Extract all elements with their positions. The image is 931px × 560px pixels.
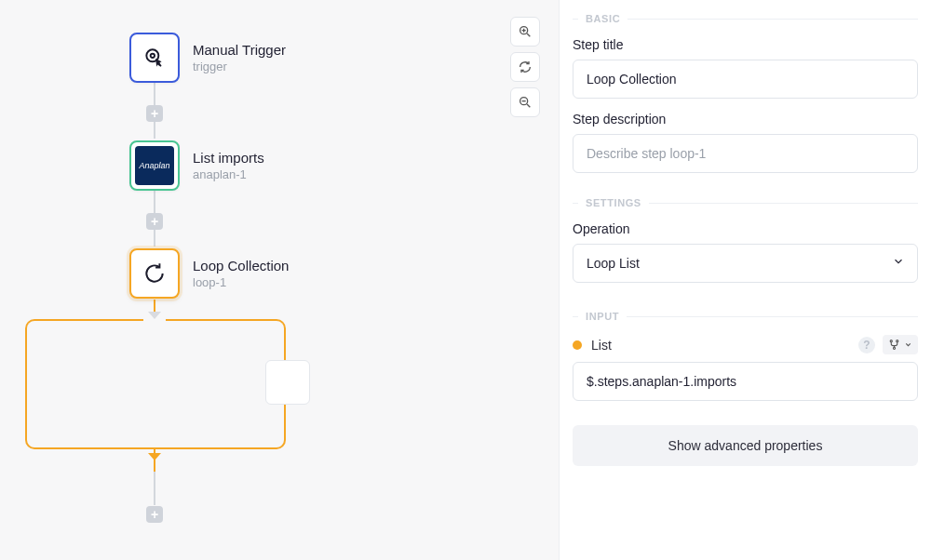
data-picker-button[interactable] [883,335,918,354]
add-step-button[interactable]: + [146,506,163,523]
workflow-canvas[interactable]: + + Manual Trigger trigger Anaplan List … [0,0,559,560]
anaplan-logo: Anaplan [135,146,174,185]
step-title-label: Step title [573,37,918,52]
zoom-in-button[interactable] [510,17,540,47]
node-subtitle: anaplan-1 [193,167,264,181]
loop-line [166,319,272,321]
node-icon-box [129,248,180,299]
loop-line [38,447,273,449]
zoom-controls [510,17,540,117]
node-title: Manual Trigger [193,42,286,58]
node-subtitle: loop-1 [193,275,289,289]
loop-corner [25,319,40,334]
step-title-input[interactable] [573,60,918,99]
svg-line-1 [527,33,530,36]
node-icon-box: Anaplan [129,140,180,191]
zoom-in-icon [518,24,533,39]
loop-corner [271,434,286,449]
refresh-icon [518,60,533,74]
show-advanced-button[interactable]: Show advanced properties [573,425,918,466]
operation-label: Operation [573,221,918,236]
step-description-input[interactable] [573,134,918,173]
zoom-out-button[interactable] [510,87,540,117]
workflow-node-anaplan[interactable]: Anaplan List imports anaplan-1 [129,140,264,191]
operation-select[interactable]: Loop List [573,244,918,283]
zoom-reset-button[interactable] [510,52,540,82]
svg-point-8 [151,54,155,58]
connector-line [154,472,155,505]
operation-value: Loop List [573,244,918,283]
svg-line-5 [527,104,530,107]
section-settings: SETTINGS [573,197,918,208]
loop-top-arrow [148,312,161,319]
loop-icon [142,261,167,286]
chevron-down-icon [904,340,912,349]
workflow-node-loop[interactable]: Loop Collection loop-1 [129,248,289,299]
branch-icon [888,339,900,351]
section-input: INPUT [573,311,918,322]
add-step-button[interactable]: + [146,213,163,230]
node-title: Loop Collection [193,258,289,273]
loop-bottom-arrow [148,453,161,460]
cursor-click-icon [142,46,167,70]
list-field-header: List ? [573,335,918,354]
svg-point-9 [890,340,892,342]
zoom-out-icon [518,95,533,110]
node-icon-box [129,33,180,83]
chevron-down-icon [892,255,905,272]
svg-point-10 [897,340,898,342]
required-dot-icon [573,340,582,350]
list-input[interactable] [573,362,918,401]
loop-line [25,332,27,436]
connector-line [154,300,155,313]
node-subtitle: trigger [193,60,286,73]
svg-point-11 [893,347,895,349]
add-step-button[interactable]: + [146,105,163,122]
properties-panel: BASIC Step title Step description SETTIN… [559,0,931,560]
help-icon[interactable]: ? [858,337,875,353]
step-description-label: Step description [573,112,918,127]
workflow-node-trigger[interactable]: Manual Trigger trigger [129,33,286,83]
section-basic: BASIC [573,13,918,24]
node-title: List imports [193,150,264,166]
list-label: List [591,338,612,353]
loop-line [38,319,143,321]
loop-drop-zone[interactable] [265,360,310,405]
